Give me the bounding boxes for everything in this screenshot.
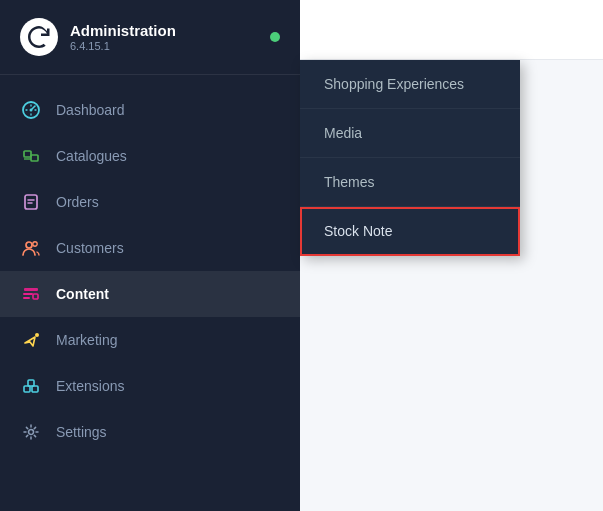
svg-rect-8 (33, 294, 38, 299)
app-version: 6.4.15.1 (70, 40, 258, 52)
svg-rect-12 (28, 380, 34, 386)
submenu-item-shopping-experiences[interactable]: Shopping Experiences (300, 60, 520, 109)
svg-rect-4 (25, 195, 37, 209)
content-icon (20, 283, 42, 305)
svg-rect-3 (31, 155, 38, 161)
sidebar-item-settings-label: Settings (56, 424, 107, 440)
sidebar-item-customers-label: Customers (56, 240, 124, 256)
status-indicator (270, 32, 280, 42)
sidebar-item-dashboard-label: Dashboard (56, 102, 125, 118)
sidebar-nav: Dashboard Catalogues (0, 75, 300, 467)
svg-rect-10 (24, 386, 30, 392)
topbar (300, 0, 603, 60)
sidebar-item-marketing[interactable]: Marketing (0, 317, 300, 363)
settings-icon (20, 421, 42, 443)
sidebar-item-marketing-label: Marketing (56, 332, 117, 348)
sidebar-item-extensions[interactable]: Extensions (0, 363, 300, 409)
orders-icon (20, 191, 42, 213)
logo-icon (20, 18, 58, 56)
sidebar-item-orders-label: Orders (56, 194, 99, 210)
submenu-item-media[interactable]: Media (300, 109, 520, 158)
svg-rect-11 (32, 386, 38, 392)
sidebar-header: Administration 6.4.15.1 (0, 0, 300, 75)
sidebar-item-dashboard[interactable]: Dashboard (0, 87, 300, 133)
sidebar-item-catalogues-label: Catalogues (56, 148, 127, 164)
submenu-item-stock-note[interactable]: Stock Note (300, 207, 520, 256)
content-submenu: Shopping Experiences Media Themes Stock … (300, 60, 520, 256)
sidebar-item-content-label: Content (56, 286, 109, 302)
sidebar: Administration 6.4.15.1 Dashboard (0, 0, 300, 511)
app-layout: Administration 6.4.15.1 Dashboard (0, 0, 603, 511)
customers-icon (20, 237, 42, 259)
svg-point-13 (29, 430, 34, 435)
svg-point-6 (33, 242, 37, 246)
sidebar-item-extensions-label: Extensions (56, 378, 124, 394)
svg-rect-2 (24, 151, 31, 157)
svg-point-5 (26, 242, 32, 248)
sidebar-item-content[interactable]: Content (0, 271, 300, 317)
header-text: Administration 6.4.15.1 (70, 22, 258, 52)
extensions-icon (20, 375, 42, 397)
svg-rect-7 (24, 288, 38, 291)
svg-point-9 (35, 333, 39, 337)
svg-point-1 (30, 109, 33, 112)
sidebar-item-orders[interactable]: Orders (0, 179, 300, 225)
dashboard-icon (20, 99, 42, 121)
catalogues-icon (20, 145, 42, 167)
sidebar-item-catalogues[interactable]: Catalogues (0, 133, 300, 179)
sidebar-item-customers[interactable]: Customers (0, 225, 300, 271)
submenu-item-themes[interactable]: Themes (300, 158, 520, 207)
marketing-icon (20, 329, 42, 351)
content-area: Shopping Experiences Media Themes Stock … (300, 0, 603, 511)
app-title: Administration (70, 22, 258, 40)
sidebar-item-settings[interactable]: Settings (0, 409, 300, 455)
